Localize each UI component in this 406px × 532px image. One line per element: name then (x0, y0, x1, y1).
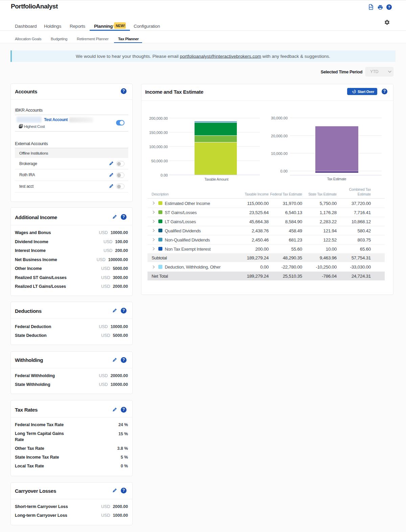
svg-text:100,000.00: 100,000.00 (149, 145, 168, 149)
svg-text:30,000.00: 30,000.00 (271, 116, 288, 120)
svg-text:0.00: 0.00 (280, 169, 288, 173)
svg-text:10,000.00: 10,000.00 (271, 152, 288, 156)
svg-text:0.00: 0.00 (161, 173, 168, 177)
svg-text:150,000.00: 150,000.00 (149, 131, 168, 135)
svg-text:20,000.00: 20,000.00 (271, 134, 288, 138)
svg-text:Tax Estimate: Tax Estimate (327, 177, 346, 181)
svg-text:50,000.00: 50,000.00 (151, 159, 168, 163)
svg-text:Taxable Amount: Taxable Amount (204, 177, 228, 181)
svg-text:PDF: PDF (369, 7, 373, 8)
svg-text:200,000.00: 200,000.00 (149, 116, 168, 120)
